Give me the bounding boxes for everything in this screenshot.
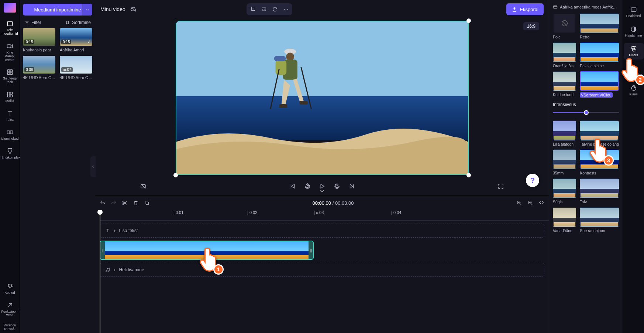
fullscreen-button[interactable] — [496, 181, 506, 191]
more-button[interactable] — [281, 5, 291, 14]
media-thumb[interactable]: 0:15Kaukaasia paar — [23, 28, 55, 52]
skip-end-button[interactable] — [347, 181, 357, 191]
intensity-control: Intensiivsus — [553, 102, 619, 115]
aspect-ratio-pill[interactable]: 16:9 — [523, 22, 539, 30]
rail2-filters[interactable]: Filters — [624, 43, 644, 60]
topbar: Minu video Ekspordi — [95, 0, 549, 18]
filter-kuldne[interactable]: Kuldne tund — [553, 71, 576, 98]
media-thumb[interactable]: 0:15✓Aafrika Amari — [60, 28, 92, 52]
filter-retro[interactable]: Retro — [580, 13, 619, 39]
rail2-speed[interactable]: Kiirus — [624, 82, 644, 99]
svg-point-38 — [633, 46, 636, 49]
media-thumb[interactable]: ro:074K UHD Aero O... — [60, 56, 92, 80]
filter-vanalaane[interactable]: Vana-lääne — [553, 207, 576, 233]
fit-timeline-button[interactable] — [538, 200, 544, 206]
resize-handle[interactable] — [173, 18, 178, 23]
preview-stage[interactable] — [176, 21, 469, 175]
svg-rect-21 — [275, 60, 286, 75]
filter-none[interactable]: Pole — [553, 13, 576, 39]
delete-button[interactable] — [133, 200, 139, 206]
duplicate-button[interactable] — [144, 200, 150, 206]
collapse-media-panel[interactable] — [90, 156, 96, 177]
rewind-button[interactable] — [302, 181, 313, 191]
svg-rect-10 — [10, 131, 13, 134]
crop-button[interactable] — [248, 5, 258, 14]
undo-button[interactable] — [100, 200, 106, 206]
zoom-in-button[interactable] — [527, 200, 533, 206]
help-button[interactable]: ? — [526, 174, 539, 187]
rail-brandkit[interactable]: Brändikomplekt — [1, 145, 19, 162]
clip-right-handle[interactable]: || — [309, 241, 313, 259]
filter-paks[interactable]: Paks ja sinine — [580, 42, 619, 68]
filter-sugis[interactable]: Sügis — [553, 178, 576, 204]
resize-handle[interactable] — [173, 173, 178, 177]
zoom-out-button[interactable] — [516, 200, 522, 206]
video-clip[interactable]: || || — [100, 241, 314, 260]
rail-bugs[interactable]: Funktsiooni vead — [1, 299, 19, 320]
rail-version[interactable]: Versioon 68696f2 — [1, 322, 19, 333]
rail-label: Kirje &amp; create — [1, 51, 18, 62]
rotate-button[interactable] — [270, 5, 280, 14]
timeline-timecode: 00:00.00 / 00:03.00 — [312, 200, 354, 206]
intensity-label: Intensiivsus — [553, 102, 619, 107]
media-thumb[interactable]: 0:084K UHD Aero O... — [23, 56, 55, 80]
import-label: Meediumi importimine — [34, 7, 81, 13]
rail-your-media[interactable]: Teie meediumid — [1, 18, 19, 38]
rail-label: Keeled — [4, 291, 15, 295]
rail-languages[interactable]: Keeled — [1, 281, 19, 297]
svg-rect-5 — [10, 72, 12, 75]
cloud-sync-icon[interactable] — [130, 6, 137, 13]
import-media-button[interactable]: Meediumi importimine — [23, 4, 92, 16]
filter-kontrasts[interactable]: Kontrasts — [580, 149, 619, 175]
rail-text[interactable]: Tekst — [1, 108, 19, 124]
clip-left-handle[interactable]: || — [100, 241, 105, 259]
project-title[interactable]: Minu video — [100, 6, 125, 12]
rail2-captions[interactable]: Pealdised — [624, 4, 644, 20]
rail-transitions[interactable]: Üleminekud — [1, 126, 19, 143]
svg-rect-33 — [554, 6, 557, 9]
export-label: Ekspordi — [520, 7, 538, 12]
skip-start-button[interactable] — [287, 181, 298, 191]
rail2-adjust[interactable]: Adjust color — [624, 62, 644, 79]
app-logo[interactable] — [4, 3, 16, 13]
svg-point-19 — [286, 53, 294, 61]
rail-label: Funktsiooni vead — [1, 310, 18, 317]
rail2-fade[interactable]: Hajutamine — [624, 23, 644, 40]
filter-soerannajoon[interactable]: Soe rannajoon — [580, 207, 619, 233]
export-button[interactable]: Ekspordi — [506, 3, 544, 15]
rail-record[interactable]: Kirje &amp; create — [1, 40, 19, 64]
audio-track[interactable]: + Heli lisamine — [100, 263, 544, 277]
app-root: Teie meediumid Kirje &amp; create Sisute… — [0, 0, 644, 333]
rail-templates[interactable]: Mallid — [1, 89, 19, 105]
intensity-slider[interactable] — [553, 109, 619, 115]
filter-talv[interactable]: Talv — [580, 178, 619, 204]
fit-button[interactable] — [259, 5, 269, 14]
resize-handle[interactable] — [466, 18, 471, 23]
filter-label: Filter — [31, 20, 41, 25]
clip-name: Aafrika ameerika mees Aafrika a... — [560, 5, 619, 9]
filter-button[interactable]: Filter — [24, 20, 41, 25]
text-track[interactable]: + Lisa tekst — [100, 224, 544, 238]
redo-button[interactable] — [111, 200, 117, 206]
preview-canvas[interactable] — [176, 21, 469, 175]
filter-oranz[interactable]: Oranž ja õis — [553, 42, 576, 68]
filter-lilla[interactable]: Lilla alatoon — [553, 120, 576, 146]
timeline-body[interactable]: | 0:01| 0:02| o:03| 0:04 + Lisa tekst ||… — [95, 210, 549, 333]
sort-button[interactable]: Sortimine — [65, 20, 91, 25]
resize-handle[interactable] — [466, 173, 471, 177]
split-button[interactable] — [122, 200, 128, 206]
import-dropdown-caret[interactable] — [82, 4, 92, 16]
filter-35mm[interactable]: 35mm — [553, 149, 576, 175]
rail-content-lib[interactable]: Sisuteegi teek — [1, 66, 19, 86]
timeline-ruler[interactable]: | 0:01| 0:02| o:03| 0:04 — [100, 210, 549, 221]
filter-talvine[interactable]: Talvine päikeseloojang — [580, 120, 619, 146]
sort-label: Sortimine — [72, 20, 91, 25]
forward-button[interactable] — [332, 181, 342, 191]
safe-zone-icon[interactable] — [138, 181, 148, 191]
video-track[interactable]: || || 1 — [100, 241, 544, 260]
playhead[interactable] — [100, 210, 100, 333]
audio-track-label: Heli lisamine — [119, 267, 144, 272]
rail-label: Teie meediumid — [1, 28, 18, 36]
collapse-player-icon[interactable] — [319, 188, 326, 194]
filter-vserbrant[interactable]: VSerbrant VIOidu — [580, 71, 619, 98]
